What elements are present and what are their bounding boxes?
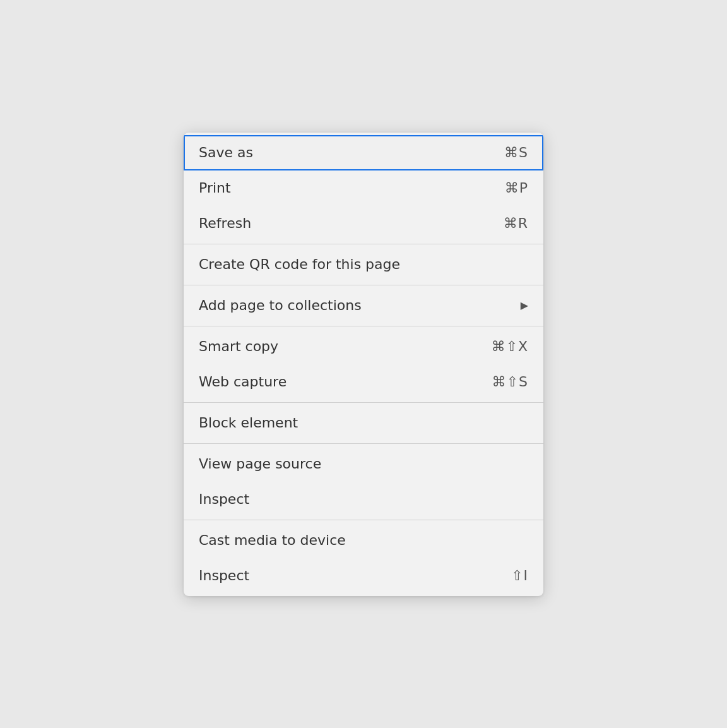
context-menu: Save as ⌘S Print ⌘P Refresh ⌘R Create QR… [184,133,543,596]
menu-item-web-capture-shortcut: ⌘⇧S [492,374,528,390]
menu-item-smart-copy-shortcut: ⌘⇧X [491,338,528,354]
divider-5 [184,443,543,444]
menu-item-add-collections[interactable]: Add page to collections ▶ [184,288,543,323]
menu-item-inspect-2-shortcut: ⇧I [511,568,528,583]
menu-item-refresh-label: Refresh [199,215,251,231]
menu-item-block-element-label: Block element [199,415,298,431]
divider-2 [184,285,543,285]
divider-3 [184,326,543,326]
divider-6 [184,520,543,520]
menu-item-cast-media-label: Cast media to device [199,532,346,548]
chevron-right-icon: ▶ [521,299,528,311]
menu-item-print-label: Print [199,180,231,196]
menu-item-smart-copy-label: Smart copy [199,338,278,354]
menu-item-print-shortcut: ⌘P [505,180,528,196]
menu-item-create-qr-label: Create QR code for this page [199,256,400,272]
menu-item-print[interactable]: Print ⌘P [184,170,543,206]
menu-item-smart-copy[interactable]: Smart copy ⌘⇧X [184,329,543,364]
menu-item-view-page-source[interactable]: View page source [184,446,543,482]
menu-item-inspect-2[interactable]: Inspect ⇧I [184,558,543,594]
menu-item-create-qr[interactable]: Create QR code for this page [184,247,543,282]
menu-item-inspect-1[interactable]: Inspect [184,482,543,517]
menu-item-view-page-source-label: View page source [199,456,321,472]
menu-item-save-as[interactable]: Save as ⌘S [184,135,543,170]
menu-item-save-as-shortcut: ⌘S [504,145,528,160]
menu-item-refresh[interactable]: Refresh ⌘R [184,206,543,241]
divider-4 [184,402,543,403]
divider-1 [184,244,543,244]
menu-item-add-collections-label: Add page to collections [199,297,362,313]
menu-item-web-capture[interactable]: Web capture ⌘⇧S [184,364,543,400]
menu-item-save-as-label: Save as [199,145,253,160]
menu-item-inspect-1-label: Inspect [199,491,249,507]
menu-item-inspect-2-label: Inspect [199,568,249,583]
menu-item-cast-media[interactable]: Cast media to device [184,523,543,558]
menu-item-refresh-shortcut: ⌘R [504,215,528,231]
menu-item-web-capture-label: Web capture [199,374,287,390]
menu-item-block-element[interactable]: Block element [184,405,543,441]
